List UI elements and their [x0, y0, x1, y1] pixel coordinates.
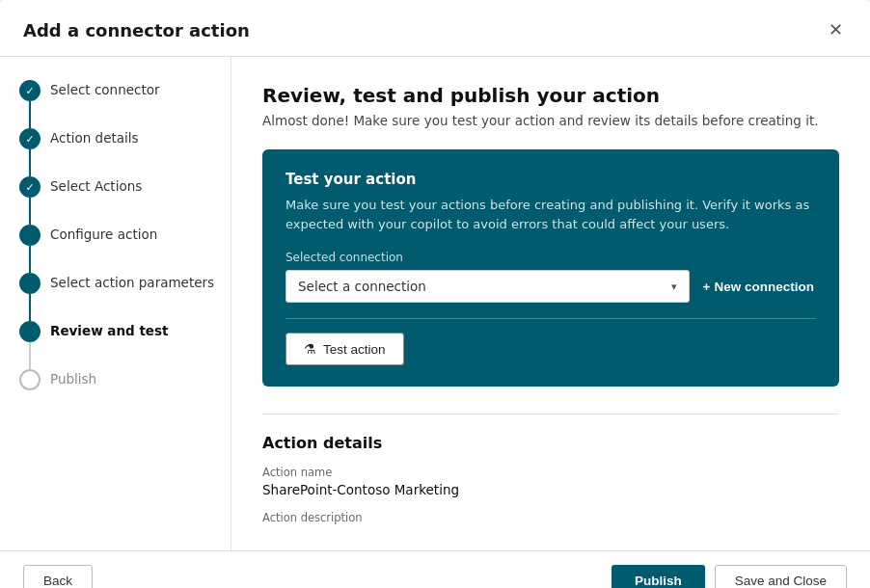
- step-line-group-2: ✓: [19, 128, 41, 176]
- step-circle-5: [19, 273, 41, 294]
- content-subtitle: Almost done! Make sure you test your act…: [262, 113, 839, 128]
- new-connection-button[interactable]: + New connection: [701, 276, 816, 298]
- divider: [285, 318, 816, 319]
- sidebar: ✓ Select connector ✓ Action: [0, 57, 231, 550]
- step-configure-action: Configure action: [19, 225, 231, 273]
- modal-body: ✓ Select connector ✓ Action: [0, 57, 870, 550]
- modal-title: Add a connector action: [23, 20, 250, 40]
- action-name-value: SharePoint-Contoso Marketing: [262, 482, 839, 497]
- action-details-section: Action details Action name SharePoint-Co…: [262, 414, 839, 524]
- test-action-button[interactable]: ⚗ Test action: [285, 333, 404, 365]
- connector-3: [29, 198, 31, 225]
- flask-icon: ⚗: [304, 341, 316, 357]
- connector-1: [29, 101, 31, 128]
- content-title: Review, test and publish your action: [262, 84, 839, 107]
- step-circle-6: [19, 321, 41, 342]
- step-line-group-6: [19, 321, 41, 369]
- footer-right: Publish Save and Close: [612, 565, 847, 588]
- action-description-label: Action description: [262, 511, 839, 524]
- step-label-2: Action details: [50, 128, 139, 147]
- publish-button[interactable]: Publish: [612, 565, 705, 588]
- new-connection-label: New connection: [714, 280, 814, 294]
- step-circle-4: [19, 225, 41, 246]
- selected-connection-label: Selected connection: [285, 251, 816, 264]
- action-name-label: Action name: [262, 466, 839, 479]
- step-review-and-test: Review and test: [19, 321, 231, 369]
- plus-icon: +: [703, 280, 711, 294]
- check-icon-2: ✓: [25, 133, 34, 146]
- check-icon-1: ✓: [25, 85, 34, 97]
- step-circle-7: [19, 369, 41, 390]
- step-circle-2: ✓: [19, 128, 41, 149]
- step-label-7: Publish: [50, 369, 96, 388]
- action-details-title: Action details: [262, 434, 839, 452]
- connector-4: [29, 246, 31, 273]
- connector-2: [29, 149, 31, 176]
- test-card-title: Test your action: [285, 171, 816, 188]
- step-publish: Publish: [19, 369, 231, 390]
- step-label-1: Select connector: [50, 80, 160, 99]
- step-label-5: Select action parameters: [50, 273, 214, 292]
- step-select-connector: ✓ Select connector: [19, 80, 231, 128]
- step-line-group-4: [19, 225, 41, 273]
- step-line-group-7: [19, 369, 41, 390]
- modal: Add a connector action ✕ ✓ Select connec…: [0, 0, 870, 588]
- step-circle-3: ✓: [19, 176, 41, 198]
- test-card-description: Make sure you test your actions before c…: [285, 196, 816, 233]
- save-close-button[interactable]: Save and Close: [715, 565, 847, 588]
- modal-header: Add a connector action ✕: [0, 0, 870, 57]
- main-content: Review, test and publish your action Alm…: [231, 57, 870, 550]
- step-line-group-1: ✓: [19, 80, 41, 128]
- step-label-4: Configure action: [50, 225, 157, 244]
- connector-6: [29, 342, 31, 369]
- connection-row: Select a connection ▾ + New connection: [285, 270, 816, 303]
- connection-select-value: Select a connection: [298, 279, 426, 294]
- test-action-label: Test action: [323, 342, 386, 357]
- step-label-6: Review and test: [50, 321, 169, 340]
- modal-footer: Back Publish Save and Close: [0, 550, 870, 588]
- chevron-down-icon: ▾: [671, 281, 677, 293]
- step-circle-1: ✓: [19, 80, 41, 101]
- check-icon-3: ✓: [25, 181, 34, 194]
- footer-left: Back: [23, 565, 93, 588]
- step-line-group-3: ✓: [19, 176, 41, 225]
- step-select-actions: ✓ Select Actions: [19, 176, 231, 225]
- close-button[interactable]: ✕: [825, 17, 847, 42]
- back-button[interactable]: Back: [23, 565, 93, 588]
- step-label-3: Select Actions: [50, 176, 142, 196]
- test-card: Test your action Make sure you test your…: [262, 149, 839, 387]
- step-line-group-5: [19, 273, 41, 321]
- step-select-action-parameters: Select action parameters: [19, 273, 231, 321]
- step-action-details: ✓ Action details: [19, 128, 231, 176]
- connector-5: [29, 294, 31, 321]
- connection-select-dropdown[interactable]: Select a connection ▾: [285, 270, 690, 303]
